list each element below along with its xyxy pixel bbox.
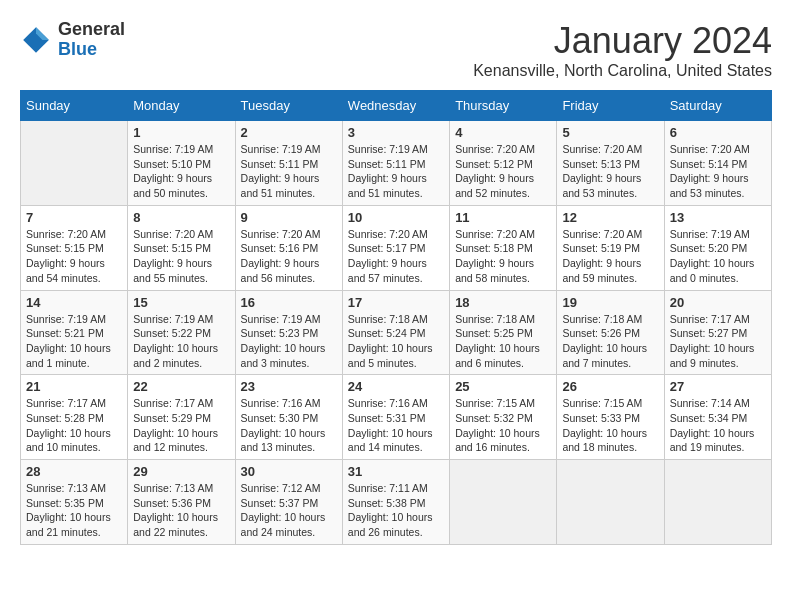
day-info: Sunrise: 7:20 AMSunset: 5:15 PMDaylight:… (133, 227, 229, 286)
calendar-cell: 5Sunrise: 7:20 AMSunset: 5:13 PMDaylight… (557, 121, 664, 206)
day-number: 10 (348, 210, 444, 225)
calendar-cell: 6Sunrise: 7:20 AMSunset: 5:14 PMDaylight… (664, 121, 771, 206)
day-number: 6 (670, 125, 766, 140)
day-info: Sunrise: 7:18 AMSunset: 5:26 PMDaylight:… (562, 312, 658, 371)
calendar-cell: 19Sunrise: 7:18 AMSunset: 5:26 PMDayligh… (557, 290, 664, 375)
day-number: 12 (562, 210, 658, 225)
day-info: Sunrise: 7:20 AMSunset: 5:13 PMDaylight:… (562, 142, 658, 201)
day-info: Sunrise: 7:14 AMSunset: 5:34 PMDaylight:… (670, 396, 766, 455)
day-info: Sunrise: 7:13 AMSunset: 5:36 PMDaylight:… (133, 481, 229, 540)
calendar-cell: 13Sunrise: 7:19 AMSunset: 5:20 PMDayligh… (664, 205, 771, 290)
calendar-cell: 25Sunrise: 7:15 AMSunset: 5:32 PMDayligh… (450, 375, 557, 460)
calendar-cell: 29Sunrise: 7:13 AMSunset: 5:36 PMDayligh… (128, 460, 235, 545)
calendar-cell (450, 460, 557, 545)
day-info: Sunrise: 7:19 AMSunset: 5:20 PMDaylight:… (670, 227, 766, 286)
calendar-cell: 23Sunrise: 7:16 AMSunset: 5:30 PMDayligh… (235, 375, 342, 460)
logo-blue: Blue (58, 39, 97, 59)
logo-text: General Blue (58, 20, 125, 60)
calendar-cell: 9Sunrise: 7:20 AMSunset: 5:16 PMDaylight… (235, 205, 342, 290)
calendar-cell: 27Sunrise: 7:14 AMSunset: 5:34 PMDayligh… (664, 375, 771, 460)
calendar-cell (557, 460, 664, 545)
day-number: 8 (133, 210, 229, 225)
day-info: Sunrise: 7:15 AMSunset: 5:33 PMDaylight:… (562, 396, 658, 455)
days-header-row: SundayMondayTuesdayWednesdayThursdayFrid… (21, 91, 772, 121)
calendar-cell: 8Sunrise: 7:20 AMSunset: 5:15 PMDaylight… (128, 205, 235, 290)
day-number: 16 (241, 295, 337, 310)
day-info: Sunrise: 7:20 AMSunset: 5:19 PMDaylight:… (562, 227, 658, 286)
week-row-3: 14Sunrise: 7:19 AMSunset: 5:21 PMDayligh… (21, 290, 772, 375)
calendar-cell: 11Sunrise: 7:20 AMSunset: 5:18 PMDayligh… (450, 205, 557, 290)
logo-general: General (58, 19, 125, 39)
calendar-cell: 18Sunrise: 7:18 AMSunset: 5:25 PMDayligh… (450, 290, 557, 375)
day-info: Sunrise: 7:20 AMSunset: 5:16 PMDaylight:… (241, 227, 337, 286)
day-number: 29 (133, 464, 229, 479)
day-info: Sunrise: 7:17 AMSunset: 5:27 PMDaylight:… (670, 312, 766, 371)
day-number: 25 (455, 379, 551, 394)
calendar-cell: 22Sunrise: 7:17 AMSunset: 5:29 PMDayligh… (128, 375, 235, 460)
day-info: Sunrise: 7:19 AMSunset: 5:10 PMDaylight:… (133, 142, 229, 201)
day-number: 21 (26, 379, 122, 394)
week-row-5: 28Sunrise: 7:13 AMSunset: 5:35 PMDayligh… (21, 460, 772, 545)
calendar-cell: 31Sunrise: 7:11 AMSunset: 5:38 PMDayligh… (342, 460, 449, 545)
day-number: 1 (133, 125, 229, 140)
day-info: Sunrise: 7:16 AMSunset: 5:30 PMDaylight:… (241, 396, 337, 455)
day-info: Sunrise: 7:20 AMSunset: 5:12 PMDaylight:… (455, 142, 551, 201)
calendar-cell (664, 460, 771, 545)
title-block: January 2024 Kenansville, North Carolina… (473, 20, 772, 80)
calendar-cell: 10Sunrise: 7:20 AMSunset: 5:17 PMDayligh… (342, 205, 449, 290)
day-info: Sunrise: 7:12 AMSunset: 5:37 PMDaylight:… (241, 481, 337, 540)
day-info: Sunrise: 7:20 AMSunset: 5:17 PMDaylight:… (348, 227, 444, 286)
day-header-monday: Monday (128, 91, 235, 121)
day-number: 9 (241, 210, 337, 225)
day-number: 14 (26, 295, 122, 310)
calendar-cell: 15Sunrise: 7:19 AMSunset: 5:22 PMDayligh… (128, 290, 235, 375)
calendar-cell: 4Sunrise: 7:20 AMSunset: 5:12 PMDaylight… (450, 121, 557, 206)
calendar-cell: 1Sunrise: 7:19 AMSunset: 5:10 PMDaylight… (128, 121, 235, 206)
calendar-cell: 21Sunrise: 7:17 AMSunset: 5:28 PMDayligh… (21, 375, 128, 460)
day-header-thursday: Thursday (450, 91, 557, 121)
day-number: 28 (26, 464, 122, 479)
logo: General Blue (20, 20, 125, 60)
day-info: Sunrise: 7:17 AMSunset: 5:29 PMDaylight:… (133, 396, 229, 455)
day-number: 15 (133, 295, 229, 310)
day-info: Sunrise: 7:11 AMSunset: 5:38 PMDaylight:… (348, 481, 444, 540)
day-info: Sunrise: 7:19 AMSunset: 5:21 PMDaylight:… (26, 312, 122, 371)
day-header-friday: Friday (557, 91, 664, 121)
day-number: 17 (348, 295, 444, 310)
day-info: Sunrise: 7:15 AMSunset: 5:32 PMDaylight:… (455, 396, 551, 455)
day-number: 5 (562, 125, 658, 140)
calendar-cell: 3Sunrise: 7:19 AMSunset: 5:11 PMDaylight… (342, 121, 449, 206)
day-number: 18 (455, 295, 551, 310)
day-number: 23 (241, 379, 337, 394)
calendar-cell: 30Sunrise: 7:12 AMSunset: 5:37 PMDayligh… (235, 460, 342, 545)
day-number: 2 (241, 125, 337, 140)
day-number: 26 (562, 379, 658, 394)
calendar-cell: 20Sunrise: 7:17 AMSunset: 5:27 PMDayligh… (664, 290, 771, 375)
day-number: 30 (241, 464, 337, 479)
calendar-cell (21, 121, 128, 206)
day-number: 3 (348, 125, 444, 140)
day-info: Sunrise: 7:20 AMSunset: 5:15 PMDaylight:… (26, 227, 122, 286)
day-number: 13 (670, 210, 766, 225)
day-number: 11 (455, 210, 551, 225)
day-info: Sunrise: 7:20 AMSunset: 5:14 PMDaylight:… (670, 142, 766, 201)
calendar-cell: 17Sunrise: 7:18 AMSunset: 5:24 PMDayligh… (342, 290, 449, 375)
calendar-cell: 28Sunrise: 7:13 AMSunset: 5:35 PMDayligh… (21, 460, 128, 545)
calendar-table: SundayMondayTuesdayWednesdayThursdayFrid… (20, 90, 772, 545)
day-info: Sunrise: 7:19 AMSunset: 5:23 PMDaylight:… (241, 312, 337, 371)
calendar-cell: 12Sunrise: 7:20 AMSunset: 5:19 PMDayligh… (557, 205, 664, 290)
week-row-1: 1Sunrise: 7:19 AMSunset: 5:10 PMDaylight… (21, 121, 772, 206)
day-info: Sunrise: 7:19 AMSunset: 5:11 PMDaylight:… (241, 142, 337, 201)
calendar-cell: 2Sunrise: 7:19 AMSunset: 5:11 PMDaylight… (235, 121, 342, 206)
day-number: 4 (455, 125, 551, 140)
day-number: 27 (670, 379, 766, 394)
day-number: 19 (562, 295, 658, 310)
day-number: 24 (348, 379, 444, 394)
calendar-title: January 2024 (473, 20, 772, 62)
week-row-4: 21Sunrise: 7:17 AMSunset: 5:28 PMDayligh… (21, 375, 772, 460)
day-info: Sunrise: 7:16 AMSunset: 5:31 PMDaylight:… (348, 396, 444, 455)
calendar-cell: 7Sunrise: 7:20 AMSunset: 5:15 PMDaylight… (21, 205, 128, 290)
calendar-subtitle: Kenansville, North Carolina, United Stat… (473, 62, 772, 80)
day-info: Sunrise: 7:17 AMSunset: 5:28 PMDaylight:… (26, 396, 122, 455)
day-number: 7 (26, 210, 122, 225)
